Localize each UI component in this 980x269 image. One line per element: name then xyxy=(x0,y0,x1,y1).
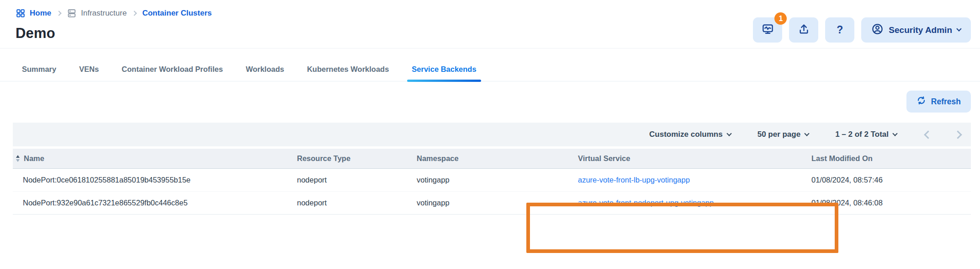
user-menu-button[interactable]: Security Admin xyxy=(861,17,971,43)
chevron-down-icon xyxy=(892,131,897,136)
user-circle-icon xyxy=(871,23,884,38)
column-header-virtual-service: Virtual Service xyxy=(578,154,811,163)
page-previous-icon[interactable] xyxy=(924,130,932,139)
container-clusters-page: Home Infrastructure Container Clusters D… xyxy=(0,0,980,269)
breadcrumb-home-label: Home xyxy=(30,9,51,18)
monitor-status-button[interactable]: 1 xyxy=(753,17,782,43)
upload-icon xyxy=(798,23,810,37)
notification-badge: 1 xyxy=(774,12,787,25)
cell-last-modified-on: 01/08/2024, 08:57:46 xyxy=(811,176,971,184)
tab-kubernetes-workloads[interactable]: Kubernetes Workloads xyxy=(302,65,393,81)
virtual-service-link[interactable]: azure-vote-front-nodeport-upg-votingapp xyxy=(578,199,714,207)
help-button[interactable]: ? xyxy=(825,17,854,43)
export-button[interactable] xyxy=(789,17,818,43)
cell-name: NodePort:0ce061810255881a85019b453955b15… xyxy=(13,176,297,184)
tab-bar: Summary VENs Container Workload Profiles… xyxy=(0,48,980,81)
column-header-resource-type: Resource Type xyxy=(297,154,417,163)
chevron-right-icon xyxy=(132,11,137,16)
breadcrumb-container-clusters-link[interactable]: Container Clusters xyxy=(142,9,212,18)
table-row: NodePort:932e90a61c7321e865529fb0c446c8e… xyxy=(13,192,971,215)
tab-workloads[interactable]: Workloads xyxy=(241,65,289,81)
tab-summary[interactable]: Summary xyxy=(17,65,61,81)
cell-name: NodePort:932e90a61c7321e865529fb0c446c8e… xyxy=(13,199,297,207)
question-mark-icon: ? xyxy=(837,24,843,36)
cell-namespace: votingapp xyxy=(417,199,578,207)
tab-service-backends[interactable]: Service Backends xyxy=(407,65,481,81)
header-actions: 1 ? Security Admin xyxy=(753,17,971,43)
chevron-down-icon xyxy=(956,26,961,31)
per-page-dropdown[interactable]: 50 per page xyxy=(758,130,809,139)
cell-last-modified-on: 01/08/2024, 08:46:08 xyxy=(811,199,971,207)
refresh-row: Refresh xyxy=(0,81,980,123)
user-menu-label: Security Admin xyxy=(889,25,952,35)
cell-namespace: votingapp xyxy=(417,176,578,184)
total-count-dropdown[interactable]: 1 – 2 of 2 Total xyxy=(835,130,897,139)
total-count-label: 1 – 2 of 2 Total xyxy=(835,130,889,139)
customize-columns-dropdown[interactable]: Customize columns xyxy=(649,130,731,139)
column-header-namespace: Namespace xyxy=(417,154,578,163)
breadcrumb-infrastructure-link[interactable]: Infrastructure xyxy=(67,8,127,18)
table-row: NodePort:0ce061810255881a85019b453955b15… xyxy=(13,169,971,192)
breadcrumb-container-clusters-label: Container Clusters xyxy=(142,9,212,18)
per-page-label: 50 per page xyxy=(758,130,801,139)
chevron-down-icon xyxy=(805,131,810,136)
breadcrumb-infrastructure-label: Infrastructure xyxy=(81,9,127,18)
refresh-icon xyxy=(916,96,926,108)
grid-icon xyxy=(16,8,26,18)
chevron-right-icon xyxy=(57,11,62,16)
page-next-icon[interactable] xyxy=(954,130,962,139)
column-header-name-label: Name xyxy=(24,154,44,163)
virtual-service-link[interactable]: azure-vote-front-lb-upg-votingapp xyxy=(578,176,690,184)
breadcrumb-home-link[interactable]: Home xyxy=(16,8,51,18)
cell-resource-type: nodeport xyxy=(297,176,417,184)
cell-resource-type: nodeport xyxy=(297,199,417,207)
monitor-icon xyxy=(762,23,774,37)
chevron-down-icon xyxy=(726,131,731,136)
table-toolbar: Customize columns 50 per page 1 – 2 of 2… xyxy=(13,123,971,146)
column-header-name[interactable]: Name xyxy=(13,154,297,163)
column-header-last-modified-on: Last Modified On xyxy=(811,154,971,163)
tab-container-workload-profiles[interactable]: Container Workload Profiles xyxy=(117,65,228,81)
customize-columns-label: Customize columns xyxy=(649,130,723,139)
refresh-button[interactable]: Refresh xyxy=(906,91,971,113)
refresh-label: Refresh xyxy=(931,97,961,107)
table-header-row: Name Resource Type Namespace Virtual Ser… xyxy=(13,149,971,169)
pagination xyxy=(925,132,961,138)
sort-icon xyxy=(16,155,20,162)
tab-vens[interactable]: VENs xyxy=(74,65,103,81)
servers-icon xyxy=(67,8,77,18)
